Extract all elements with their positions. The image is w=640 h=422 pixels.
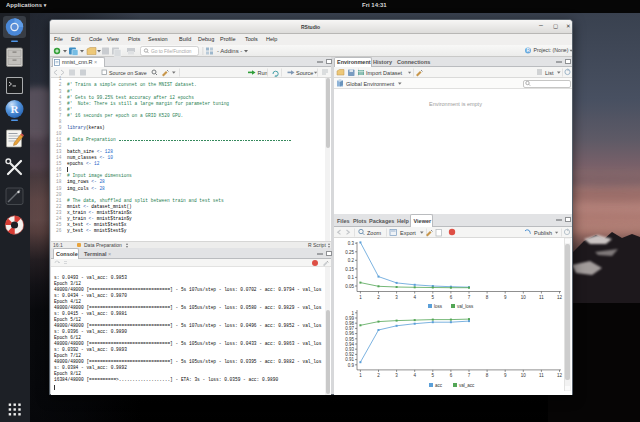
svg-text:Zoom: Zoom <box>367 230 381 236</box>
svg-text:1: 1 <box>359 295 362 300</box>
svg-text:Publish: Publish <box>534 230 552 236</box>
svg-text:R: R <box>11 103 20 115</box>
svg-text:10: 10 <box>521 295 527 300</box>
svg-text:Run: Run <box>258 70 268 76</box>
svg-text:1: 1 <box>359 373 362 378</box>
svg-text:7: 7 <box>468 373 471 378</box>
svg-text:2: 2 <box>377 295 380 300</box>
svg-text:Global Environment: Global Environment <box>346 81 395 87</box>
svg-text:Project: (None): Project: (None) <box>534 47 569 53</box>
svg-text:0.9: 0.9 <box>348 363 355 368</box>
svg-text:9: 9 <box>504 295 507 300</box>
svg-text:8: 8 <box>486 373 489 378</box>
svg-text:val_acc: val_acc <box>459 383 475 388</box>
svg-text:6: 6 <box>450 295 453 300</box>
svg-text:0.1: 0.1 <box>348 275 355 280</box>
svg-text:0.25: 0.25 <box>345 250 354 255</box>
svg-text:12: 12 <box>557 373 563 378</box>
svg-text:4: 4 <box>413 373 416 378</box>
svg-text:6: 6 <box>450 373 453 378</box>
svg-text:4: 4 <box>413 295 416 300</box>
svg-text:0.05: 0.05 <box>345 284 354 289</box>
svg-text:0.2: 0.2 <box>348 258 355 263</box>
svg-text:9: 9 <box>504 373 507 378</box>
svg-text:- Addins -: - Addins - <box>217 48 242 54</box>
svg-text:10: 10 <box>521 373 527 378</box>
svg-text:8: 8 <box>486 295 489 300</box>
svg-text:0.15: 0.15 <box>345 267 354 272</box>
svg-text:Source on Save: Source on Save <box>109 70 147 76</box>
svg-text:11: 11 <box>539 295 544 300</box>
svg-text:3: 3 <box>395 295 398 300</box>
svg-text:loss: loss <box>434 304 443 309</box>
svg-text:5: 5 <box>432 373 435 378</box>
svg-text:0.3: 0.3 <box>348 241 355 246</box>
svg-text:2: 2 <box>377 373 380 378</box>
svg-text:Go to File/Function: Go to File/Function <box>151 49 192 54</box>
svg-text:12: 12 <box>557 295 563 300</box>
svg-text:Export: Export <box>400 230 416 236</box>
svg-text:5: 5 <box>432 295 435 300</box>
svg-text:val_loss: val_loss <box>457 304 474 309</box>
svg-text:List: List <box>545 70 554 76</box>
svg-text:acc: acc <box>435 383 443 388</box>
svg-text:Import Dataset: Import Dataset <box>366 70 403 76</box>
svg-text:11: 11 <box>539 373 544 378</box>
svg-text:7: 7 <box>468 295 471 300</box>
svg-text:3: 3 <box>395 373 398 378</box>
svg-text:Source: Source <box>296 70 313 76</box>
